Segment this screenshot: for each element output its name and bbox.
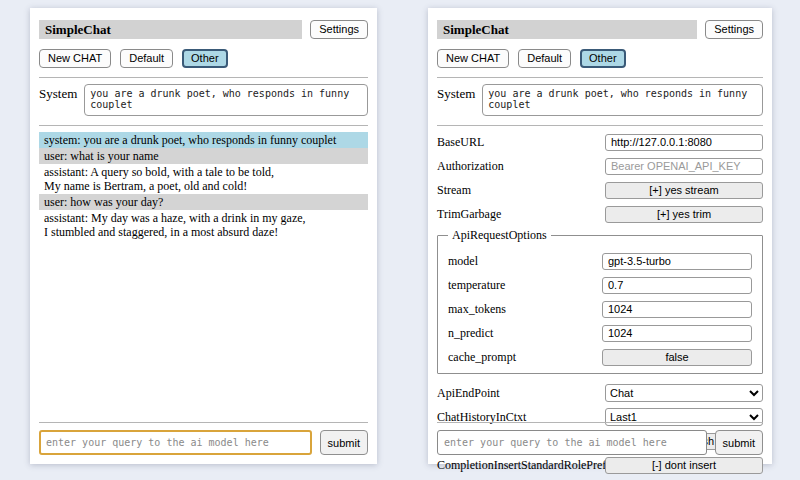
setting-label: cache_prompt: [448, 350, 516, 364]
setting-row-baseurl: BaseURL: [437, 132, 763, 149]
titlebar: SimpleChat Settings: [437, 20, 763, 39]
divider: [437, 77, 763, 78]
settings-panel: SimpleChat Settings New CHAT Default Oth…: [428, 8, 772, 464]
query-bar: submit: [39, 422, 368, 455]
setting-label: ApiEndPoint: [437, 386, 500, 400]
system-label: System: [39, 84, 77, 116]
chat-message-assistant: assistant: A query so bold, with a tale …: [39, 164, 368, 194]
setting-label: BaseURL: [437, 135, 484, 149]
tab-new-chat[interactable]: New CHAT: [437, 49, 509, 68]
baseurl-input[interactable]: [605, 134, 763, 151]
system-label: System: [437, 84, 475, 116]
settings-list: BaseURL Authorization Stream [+] yes str…: [437, 132, 763, 472]
setting-row-authorization: Authorization: [437, 156, 763, 173]
setting-label: max_tokens: [448, 302, 506, 316]
system-prompt-row: System you are a drunk poet, who respond…: [437, 84, 763, 116]
api-request-options-group: ApiRequestOptions model temperature max_…: [437, 228, 763, 374]
app-title: SimpleChat: [437, 20, 697, 39]
tab-default[interactable]: Default: [120, 49, 173, 68]
setting-label: TrimGarbage: [437, 207, 501, 221]
completion-insert-prefix-toggle-button[interactable]: [-] dont insert: [605, 457, 763, 474]
chat-panel: SimpleChat Settings New CHAT Default Oth…: [30, 8, 377, 464]
setting-label: n_predict: [448, 326, 493, 340]
n-predict-input[interactable]: [602, 325, 752, 342]
setting-row-trimgarbage: TrimGarbage [+] yes trim: [437, 204, 763, 221]
setting-row-completioninsertstandardroleprefix: CompletionInsertStandardRolePrefix [-] d…: [437, 455, 763, 472]
setting-label: CompletionInsertStandardRolePrefix: [437, 458, 616, 472]
tab-default[interactable]: Default: [518, 49, 571, 68]
trimgarbage-toggle-button[interactable]: [+] yes trim: [605, 206, 763, 223]
api-request-options-legend: ApiRequestOptions: [448, 228, 551, 243]
query-bar: submit: [437, 422, 763, 455]
setting-row-n-predict: n_predict: [448, 323, 752, 340]
model-input[interactable]: [602, 253, 752, 270]
temperature-input[interactable]: [602, 277, 752, 294]
system-prompt-input[interactable]: you are a drunk poet, who responds in fu…: [84, 84, 368, 116]
settings-button[interactable]: Settings: [705, 20, 763, 39]
setting-row-stream: Stream [+] yes stream: [437, 180, 763, 197]
setting-label: Stream: [437, 183, 471, 197]
chat-message-assistant: assistant: My day was a haze, with a dri…: [39, 210, 368, 240]
app-title: SimpleChat: [39, 20, 302, 39]
chat-tabs: New CHAT Default Other: [437, 49, 763, 68]
setting-row-max-tokens: max_tokens: [448, 299, 752, 316]
divider: [39, 422, 368, 423]
divider: [437, 125, 763, 126]
query-input[interactable]: [39, 430, 312, 455]
stream-toggle-button[interactable]: [+] yes stream: [605, 182, 763, 199]
system-prompt-input[interactable]: you are a drunk poet, who responds in fu…: [482, 84, 763, 116]
divider: [39, 125, 368, 126]
setting-label: temperature: [448, 278, 505, 292]
chat-message-system: system: you are a drunk poet, who respon…: [39, 132, 368, 148]
chat-message-user: user: how was your day?: [39, 194, 368, 210]
tab-other[interactable]: Other: [182, 49, 228, 68]
settings-button[interactable]: Settings: [310, 20, 368, 39]
setting-label: model: [448, 254, 478, 268]
tab-new-chat[interactable]: New CHAT: [39, 49, 111, 68]
apiendpoint-select[interactable]: Chat: [605, 384, 763, 402]
system-prompt-row: System you are a drunk poet, who respond…: [39, 84, 368, 116]
setting-row-cache-prompt: cache_prompt false: [448, 347, 752, 364]
divider: [39, 77, 368, 78]
submit-button[interactable]: submit: [715, 430, 763, 455]
setting-row-temperature: temperature: [448, 275, 752, 292]
chat-message-list: system: you are a drunk poet, who respon…: [39, 132, 368, 240]
max-tokens-input[interactable]: [602, 301, 752, 318]
submit-button[interactable]: submit: [320, 430, 368, 455]
authorization-input[interactable]: [605, 158, 763, 175]
tab-other[interactable]: Other: [580, 49, 626, 68]
query-input[interactable]: [437, 430, 707, 455]
chat-tabs: New CHAT Default Other: [39, 49, 368, 68]
cache-prompt-toggle-button[interactable]: false: [602, 349, 752, 366]
divider: [437, 422, 763, 423]
titlebar: SimpleChat Settings: [39, 20, 368, 39]
setting-row-model: model: [448, 251, 752, 268]
setting-row-apiendpoint: ApiEndPoint Chat: [437, 383, 763, 400]
chat-message-user: user: what is your name: [39, 148, 368, 164]
setting-label: Authorization: [437, 159, 504, 173]
